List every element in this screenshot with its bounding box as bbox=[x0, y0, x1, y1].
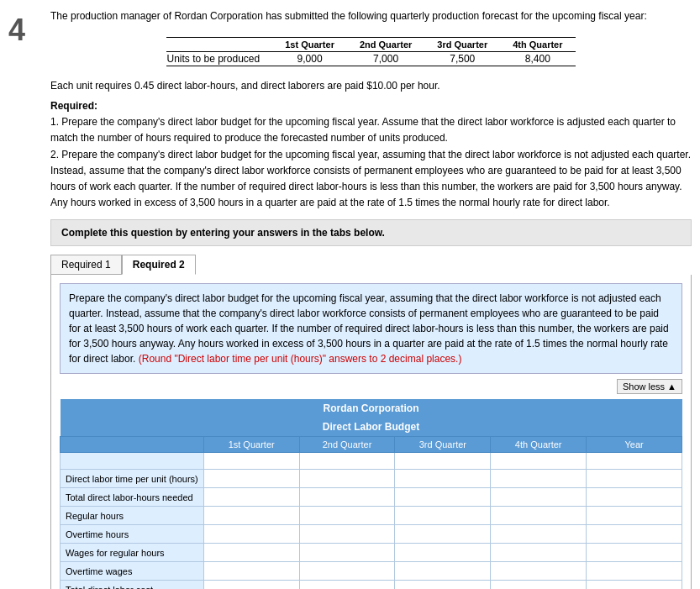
tab-content: Prepare the company's direct labor budge… bbox=[50, 275, 692, 589]
instruction-highlight: (Round "Direct labor time per unit (hour… bbox=[139, 353, 462, 365]
row-label-6: Total direct labor cost bbox=[61, 581, 204, 589]
cell-2-q1[interactable] bbox=[203, 507, 299, 525]
table-row: Direct labor time per unit (hours) bbox=[61, 470, 682, 488]
col-header-q4: 4th Quarter bbox=[500, 38, 575, 52]
input-0-q3[interactable] bbox=[400, 474, 485, 484]
cell-2-q3 bbox=[395, 507, 491, 525]
table-row: Overtime hours bbox=[61, 525, 682, 544]
units-q3: 7,500 bbox=[424, 52, 500, 66]
cell-2-q4 bbox=[491, 507, 587, 525]
col-header-q3: 3rd Quarter bbox=[395, 437, 491, 453]
cell-6-q2 bbox=[299, 581, 395, 589]
cell-0-q4[interactable] bbox=[491, 470, 587, 488]
cell-0-year bbox=[587, 470, 682, 488]
input-5-q1[interactable] bbox=[209, 566, 294, 576]
required-label: Required: bbox=[50, 100, 97, 112]
required-section: Required: 1. Prepare the company's direc… bbox=[50, 98, 692, 211]
units-label: Units to be produced bbox=[166, 52, 272, 66]
col-header-q2: 2nd Quarter bbox=[347, 38, 424, 52]
cell-0-q1[interactable] bbox=[203, 470, 299, 488]
budget-table: Rordan Corporation Direct Labor Budget 1… bbox=[60, 399, 682, 589]
question-intro: The production manager of Rordan Corpora… bbox=[50, 8, 692, 24]
col-header-q1: 1st Quarter bbox=[203, 437, 299, 453]
cell-4-q3[interactable] bbox=[395, 544, 491, 562]
instruction-box: Prepare the company's direct labor budge… bbox=[60, 283, 682, 374]
input-1-q4[interactable] bbox=[496, 492, 581, 502]
input-1-q1[interactable] bbox=[209, 492, 294, 502]
row-label-3: Overtime hours bbox=[61, 525, 204, 544]
cell-5-year bbox=[587, 562, 682, 581]
units-q1: 9,000 bbox=[272, 52, 347, 66]
table-row-empty bbox=[61, 453, 682, 470]
input-1-q2[interactable] bbox=[305, 492, 390, 502]
table-row: Overtime wages bbox=[61, 562, 682, 581]
table-row: Total direct labor cost bbox=[61, 581, 682, 589]
col-header-q4: 4th Quarter bbox=[491, 437, 587, 453]
budget-table-wrapper: Rordan Corporation Direct Labor Budget 1… bbox=[60, 399, 682, 589]
cell-3-q4 bbox=[491, 525, 587, 544]
col-header-year: Year bbox=[587, 437, 682, 453]
cell-3-q3 bbox=[395, 525, 491, 544]
cell-2-year bbox=[587, 507, 682, 525]
required-2-text: 2. Prepare the company's direct labor bu… bbox=[50, 149, 691, 209]
tabs-row: Required 1 Required 2 bbox=[50, 255, 692, 275]
company-name: Rordan Corporation bbox=[61, 399, 682, 418]
cell-3-year bbox=[587, 525, 682, 544]
cell-6-year bbox=[587, 581, 682, 589]
cell-1-q3[interactable] bbox=[395, 488, 491, 507]
tab-required-2[interactable]: Required 2 bbox=[122, 255, 196, 275]
cell-3-q2 bbox=[299, 525, 395, 544]
unit-info: Each unit requires 0.45 direct labor-hou… bbox=[50, 80, 692, 92]
input-0-q1[interactable] bbox=[209, 474, 294, 484]
units-q2: 7,000 bbox=[347, 52, 424, 66]
show-less-button[interactable]: Show less ▲ bbox=[617, 379, 682, 394]
row-label-1: Total direct labor-hours needed bbox=[61, 488, 204, 507]
cell-6-q4 bbox=[491, 581, 587, 589]
row-label-0: Direct labor time per unit (hours) bbox=[61, 470, 204, 488]
show-less-row: Show less ▲ bbox=[60, 379, 682, 394]
budget-title: Direct Labor Budget bbox=[61, 418, 682, 437]
table-row: Wages for regular hours bbox=[61, 544, 682, 562]
input-4-q3[interactable] bbox=[400, 548, 485, 558]
table-row: Regular hours bbox=[61, 507, 682, 525]
row-label-5: Overtime wages bbox=[61, 562, 204, 581]
cell-3-q1 bbox=[203, 525, 299, 544]
cell-2-q2 bbox=[299, 507, 395, 525]
row-label-4: Wages for regular hours bbox=[61, 544, 204, 562]
units-q4: 8,400 bbox=[500, 52, 575, 66]
input-1-q3[interactable] bbox=[400, 492, 485, 502]
cell-5-q1[interactable] bbox=[203, 562, 299, 581]
cell-1-year[interactable] bbox=[587, 488, 682, 507]
cell-1-q2[interactable] bbox=[299, 488, 395, 507]
col-header-q2: 2nd Quarter bbox=[299, 437, 395, 453]
production-table: 1st Quarter 2nd Quarter 3rd Quarter 4th … bbox=[166, 37, 575, 66]
input-0-q4[interactable] bbox=[496, 474, 581, 484]
cell-6-q3 bbox=[395, 581, 491, 589]
cell-4-q2[interactable] bbox=[299, 544, 395, 562]
cell-5-q2 bbox=[299, 562, 395, 581]
input-0-q2[interactable] bbox=[305, 474, 390, 484]
input-4-q2[interactable] bbox=[305, 548, 390, 558]
question-number: 4 bbox=[8, 8, 42, 589]
cell-5-q3 bbox=[395, 562, 491, 581]
table-row: Total direct labor-hours needed bbox=[61, 488, 682, 507]
cell-0-q2[interactable] bbox=[299, 470, 395, 488]
col-header-q3: 3rd Quarter bbox=[424, 38, 500, 52]
cell-1-q4[interactable] bbox=[491, 488, 587, 507]
complete-box: Complete this question by entering your … bbox=[50, 219, 692, 246]
input-2-q1[interactable] bbox=[209, 511, 294, 521]
cell-6-q1 bbox=[203, 581, 299, 589]
input-4-q1[interactable] bbox=[209, 548, 294, 558]
production-forecast-wrapper: 1st Quarter 2nd Quarter 3rd Quarter 4th … bbox=[50, 30, 692, 73]
cell-0-q3[interactable] bbox=[395, 470, 491, 488]
tab-required-1[interactable]: Required 1 bbox=[50, 255, 122, 275]
cell-4-q1[interactable] bbox=[203, 544, 299, 562]
row-label-2: Regular hours bbox=[61, 507, 204, 525]
cell-1-q1[interactable] bbox=[203, 488, 299, 507]
col-header-q1: 1st Quarter bbox=[272, 38, 347, 52]
input-4-q4[interactable] bbox=[496, 548, 581, 558]
cell-4-q4[interactable] bbox=[491, 544, 587, 562]
cell-5-q4 bbox=[491, 562, 587, 581]
cell-4-year bbox=[587, 544, 682, 562]
input-1-year[interactable] bbox=[592, 492, 676, 502]
